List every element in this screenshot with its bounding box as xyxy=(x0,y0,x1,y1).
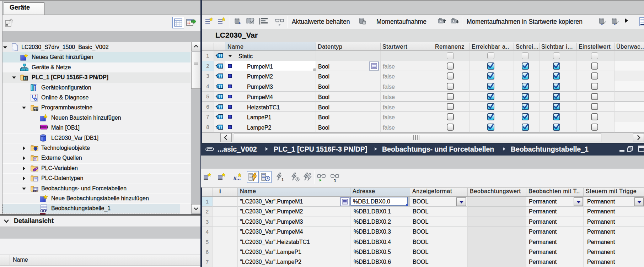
svg-text:1: 1 xyxy=(281,178,284,182)
svg-text:1: 1 xyxy=(334,178,336,182)
